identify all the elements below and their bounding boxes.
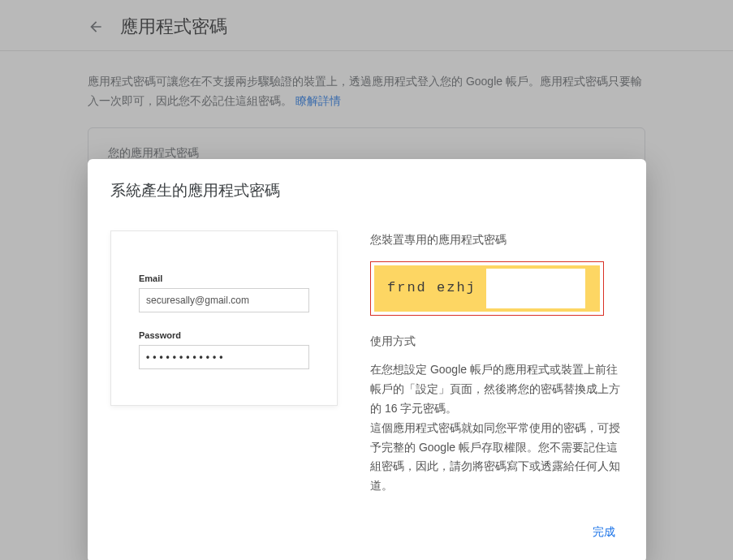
usage-text: 在您想設定 Google 帳戶的應用程式或裝置上前往帳戶的「設定」頁面，然後將您… bbox=[370, 360, 623, 496]
usage-heading: 使用方式 bbox=[370, 332, 623, 351]
password-mask bbox=[486, 269, 592, 308]
generated-password-modal: 系統產生的應用程式密碼 Email Password 您裝置專用的應用程式密碼 … bbox=[88, 159, 646, 560]
done-button[interactable]: 完成 bbox=[584, 520, 623, 545]
password-stripe bbox=[585, 269, 592, 308]
password-field bbox=[139, 345, 309, 369]
modal-title: 系統產生的應用程式密碼 bbox=[110, 180, 623, 201]
password-label: Password bbox=[139, 330, 309, 340]
login-preview-card: Email Password bbox=[110, 230, 338, 406]
device-password-heading: 您裝置專用的應用程式密碼 bbox=[370, 230, 623, 250]
email-field bbox=[139, 288, 309, 312]
generated-password-value: frnd ezhj bbox=[374, 265, 600, 312]
generated-password-container: frnd ezhj bbox=[370, 261, 604, 316]
email-label: Email bbox=[139, 274, 309, 283]
generated-password-text: frnd ezhj bbox=[387, 280, 476, 295]
